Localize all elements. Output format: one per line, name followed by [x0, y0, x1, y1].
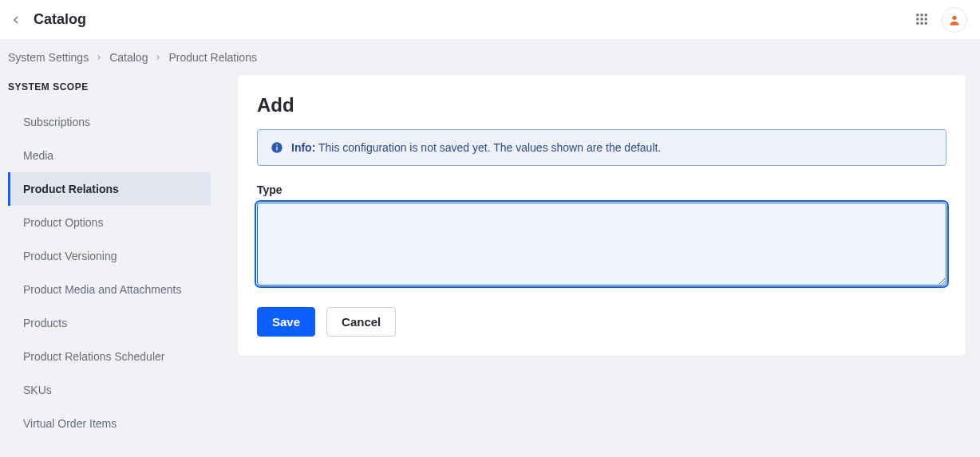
sidebar-item-label: Product Media and Attachments	[23, 283, 181, 296]
sidebar-item-product-options[interactable]: Product Options	[8, 206, 211, 239]
svg-point-9	[952, 15, 956, 19]
sidebar-heading: SYSTEM SCOPE	[8, 75, 211, 105]
sidebar-item-product-versioning[interactable]: Product Versioning	[8, 239, 211, 273]
sidebar-item-label: Subscriptions	[23, 116, 90, 128]
sidebar-item-label: Virtual Order Items	[23, 417, 117, 430]
svg-rect-12	[276, 144, 277, 145]
sidebar-item-label: Product Versioning	[23, 250, 117, 262]
svg-rect-11	[276, 147, 277, 151]
breadcrumb-item-product-relations[interactable]: Product Relations	[168, 51, 257, 64]
content-area: Add Info: This configuration is not save…	[223, 75, 980, 370]
type-label: Type	[257, 183, 946, 196]
sidebar-item-label: Media	[23, 149, 53, 162]
sidebar-item-products[interactable]: Products	[8, 306, 211, 340]
main-layout: SYSTEM SCOPE Subscriptions Media Product…	[0, 75, 980, 457]
sidebar-item-label: Product Relations	[23, 183, 119, 195]
svg-rect-8	[925, 22, 927, 24]
sidebar-item-product-relations-scheduler[interactable]: Product Relations Scheduler	[8, 340, 211, 373]
svg-rect-6	[916, 22, 919, 24]
sidebar-item-product-media-attachments[interactable]: Product Media and Attachments	[8, 273, 211, 306]
sidebar-item-label: SKUs	[23, 384, 52, 396]
alert-label: Info:	[291, 141, 315, 154]
breadcrumb: System Settings Catalog Product Relation…	[0, 40, 980, 75]
user-icon	[948, 14, 961, 26]
content-card: Add Info: This configuration is not save…	[238, 75, 966, 356]
breadcrumb-item-catalog[interactable]: Catalog	[109, 51, 148, 64]
svg-rect-0	[916, 14, 919, 16]
form-actions: Save Cancel	[257, 307, 946, 337]
svg-rect-5	[925, 18, 927, 20]
chevron-left-icon	[10, 14, 22, 26]
sidebar-item-virtual-order-items[interactable]: Virtual Order Items	[8, 407, 211, 440]
apps-menu-button[interactable]	[915, 12, 931, 28]
apps-grid-icon	[915, 12, 929, 26]
info-icon	[271, 141, 283, 154]
svg-rect-2	[925, 14, 927, 16]
sidebar-item-label: Products	[23, 317, 67, 329]
sidebar-item-skus[interactable]: SKUs	[8, 373, 211, 407]
alert-text: This configuration is not saved yet. The…	[318, 141, 661, 154]
header-left: Catalog	[6, 10, 86, 30]
svg-rect-7	[921, 22, 923, 24]
breadcrumb-item-system-settings[interactable]: System Settings	[8, 51, 89, 64]
type-input[interactable]	[257, 203, 946, 286]
sidebar-item-media[interactable]: Media	[8, 139, 211, 172]
svg-rect-4	[921, 18, 923, 20]
header-right	[915, 7, 967, 33]
chevron-right-icon	[154, 53, 162, 61]
page-header-title: Catalog	[34, 11, 86, 28]
top-header: Catalog	[0, 0, 980, 40]
info-alert: Info: This configuration is not saved ye…	[257, 129, 946, 166]
save-button[interactable]: Save	[257, 307, 315, 337]
back-button[interactable]	[6, 10, 26, 30]
sidebar: SYSTEM SCOPE Subscriptions Media Product…	[0, 75, 223, 457]
svg-rect-1	[921, 14, 923, 16]
cancel-button[interactable]: Cancel	[326, 307, 396, 337]
sidebar-item-product-relations[interactable]: Product Relations	[8, 172, 211, 206]
sidebar-item-label: Product Relations Scheduler	[23, 350, 164, 363]
svg-rect-3	[916, 18, 919, 20]
chevron-right-icon	[95, 53, 103, 61]
sidebar-item-label: Product Options	[23, 216, 103, 229]
page-title: Add	[257, 94, 946, 116]
sidebar-item-subscriptions[interactable]: Subscriptions	[8, 105, 211, 139]
user-avatar-button[interactable]	[942, 7, 967, 33]
